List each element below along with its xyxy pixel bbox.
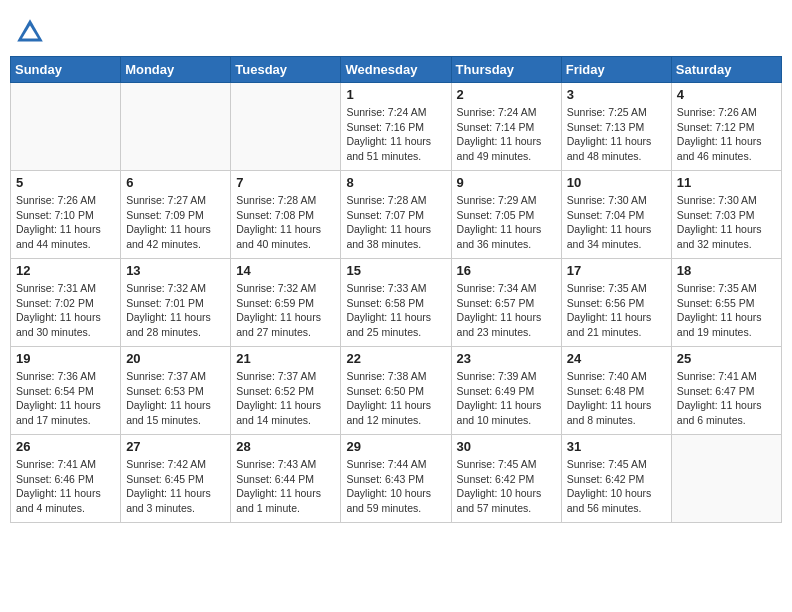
day-number: 7	[236, 175, 335, 190]
calendar-cell: 23Sunrise: 7:39 AMSunset: 6:49 PMDayligh…	[451, 347, 561, 435]
calendar-cell: 22Sunrise: 7:38 AMSunset: 6:50 PMDayligh…	[341, 347, 451, 435]
day-info: Sunrise: 7:41 AMSunset: 6:46 PMDaylight:…	[16, 457, 115, 516]
day-info: Sunrise: 7:31 AMSunset: 7:02 PMDaylight:…	[16, 281, 115, 340]
calendar-cell: 4Sunrise: 7:26 AMSunset: 7:12 PMDaylight…	[671, 83, 781, 171]
day-info: Sunrise: 7:24 AMSunset: 7:14 PMDaylight:…	[457, 105, 556, 164]
day-number: 17	[567, 263, 666, 278]
day-number: 24	[567, 351, 666, 366]
day-info: Sunrise: 7:45 AMSunset: 6:42 PMDaylight:…	[567, 457, 666, 516]
calendar-cell: 31Sunrise: 7:45 AMSunset: 6:42 PMDayligh…	[561, 435, 671, 523]
calendar-cell: 29Sunrise: 7:44 AMSunset: 6:43 PMDayligh…	[341, 435, 451, 523]
calendar-cell: 1Sunrise: 7:24 AMSunset: 7:16 PMDaylight…	[341, 83, 451, 171]
calendar-cell: 26Sunrise: 7:41 AMSunset: 6:46 PMDayligh…	[11, 435, 121, 523]
weekday-header-row: SundayMondayTuesdayWednesdayThursdayFrid…	[11, 57, 782, 83]
calendar-table: SundayMondayTuesdayWednesdayThursdayFrid…	[10, 56, 782, 523]
calendar-cell: 9Sunrise: 7:29 AMSunset: 7:05 PMDaylight…	[451, 171, 561, 259]
weekday-header-saturday: Saturday	[671, 57, 781, 83]
calendar-cell: 30Sunrise: 7:45 AMSunset: 6:42 PMDayligh…	[451, 435, 561, 523]
calendar-cell: 16Sunrise: 7:34 AMSunset: 6:57 PMDayligh…	[451, 259, 561, 347]
day-info: Sunrise: 7:33 AMSunset: 6:58 PMDaylight:…	[346, 281, 445, 340]
day-number: 14	[236, 263, 335, 278]
calendar-cell: 12Sunrise: 7:31 AMSunset: 7:02 PMDayligh…	[11, 259, 121, 347]
day-number: 9	[457, 175, 556, 190]
day-info: Sunrise: 7:37 AMSunset: 6:53 PMDaylight:…	[126, 369, 225, 428]
calendar-cell: 17Sunrise: 7:35 AMSunset: 6:56 PMDayligh…	[561, 259, 671, 347]
day-number: 12	[16, 263, 115, 278]
calendar-cell: 6Sunrise: 7:27 AMSunset: 7:09 PMDaylight…	[121, 171, 231, 259]
day-info: Sunrise: 7:29 AMSunset: 7:05 PMDaylight:…	[457, 193, 556, 252]
logo	[14, 16, 50, 48]
week-row-4: 19Sunrise: 7:36 AMSunset: 6:54 PMDayligh…	[11, 347, 782, 435]
logo-icon	[14, 16, 46, 48]
calendar-cell: 7Sunrise: 7:28 AMSunset: 7:08 PMDaylight…	[231, 171, 341, 259]
calendar-cell: 8Sunrise: 7:28 AMSunset: 7:07 PMDaylight…	[341, 171, 451, 259]
day-number: 21	[236, 351, 335, 366]
day-info: Sunrise: 7:35 AMSunset: 6:56 PMDaylight:…	[567, 281, 666, 340]
day-info: Sunrise: 7:36 AMSunset: 6:54 PMDaylight:…	[16, 369, 115, 428]
day-number: 31	[567, 439, 666, 454]
day-info: Sunrise: 7:41 AMSunset: 6:47 PMDaylight:…	[677, 369, 776, 428]
calendar-cell	[11, 83, 121, 171]
day-number: 18	[677, 263, 776, 278]
day-number: 11	[677, 175, 776, 190]
day-info: Sunrise: 7:40 AMSunset: 6:48 PMDaylight:…	[567, 369, 666, 428]
day-number: 23	[457, 351, 556, 366]
day-number: 15	[346, 263, 445, 278]
day-info: Sunrise: 7:26 AMSunset: 7:12 PMDaylight:…	[677, 105, 776, 164]
page-header	[10, 10, 782, 48]
weekday-header-friday: Friday	[561, 57, 671, 83]
day-number: 5	[16, 175, 115, 190]
calendar-cell: 14Sunrise: 7:32 AMSunset: 6:59 PMDayligh…	[231, 259, 341, 347]
weekday-header-wednesday: Wednesday	[341, 57, 451, 83]
calendar-cell: 24Sunrise: 7:40 AMSunset: 6:48 PMDayligh…	[561, 347, 671, 435]
day-info: Sunrise: 7:43 AMSunset: 6:44 PMDaylight:…	[236, 457, 335, 516]
calendar-cell: 5Sunrise: 7:26 AMSunset: 7:10 PMDaylight…	[11, 171, 121, 259]
day-number: 28	[236, 439, 335, 454]
calendar-cell: 21Sunrise: 7:37 AMSunset: 6:52 PMDayligh…	[231, 347, 341, 435]
day-number: 13	[126, 263, 225, 278]
day-number: 27	[126, 439, 225, 454]
week-row-1: 1Sunrise: 7:24 AMSunset: 7:16 PMDaylight…	[11, 83, 782, 171]
day-number: 2	[457, 87, 556, 102]
day-number: 19	[16, 351, 115, 366]
day-number: 29	[346, 439, 445, 454]
day-info: Sunrise: 7:32 AMSunset: 7:01 PMDaylight:…	[126, 281, 225, 340]
day-number: 25	[677, 351, 776, 366]
day-number: 6	[126, 175, 225, 190]
calendar-cell: 2Sunrise: 7:24 AMSunset: 7:14 PMDaylight…	[451, 83, 561, 171]
calendar-cell: 19Sunrise: 7:36 AMSunset: 6:54 PMDayligh…	[11, 347, 121, 435]
day-number: 20	[126, 351, 225, 366]
calendar-cell	[231, 83, 341, 171]
calendar-cell: 20Sunrise: 7:37 AMSunset: 6:53 PMDayligh…	[121, 347, 231, 435]
day-number: 10	[567, 175, 666, 190]
calendar-cell: 18Sunrise: 7:35 AMSunset: 6:55 PMDayligh…	[671, 259, 781, 347]
day-number: 4	[677, 87, 776, 102]
day-info: Sunrise: 7:34 AMSunset: 6:57 PMDaylight:…	[457, 281, 556, 340]
weekday-header-thursday: Thursday	[451, 57, 561, 83]
day-info: Sunrise: 7:45 AMSunset: 6:42 PMDaylight:…	[457, 457, 556, 516]
day-number: 30	[457, 439, 556, 454]
day-info: Sunrise: 7:28 AMSunset: 7:08 PMDaylight:…	[236, 193, 335, 252]
calendar-cell	[671, 435, 781, 523]
day-number: 8	[346, 175, 445, 190]
calendar-cell: 3Sunrise: 7:25 AMSunset: 7:13 PMDaylight…	[561, 83, 671, 171]
weekday-header-sunday: Sunday	[11, 57, 121, 83]
day-info: Sunrise: 7:27 AMSunset: 7:09 PMDaylight:…	[126, 193, 225, 252]
day-info: Sunrise: 7:24 AMSunset: 7:16 PMDaylight:…	[346, 105, 445, 164]
week-row-5: 26Sunrise: 7:41 AMSunset: 6:46 PMDayligh…	[11, 435, 782, 523]
day-info: Sunrise: 7:37 AMSunset: 6:52 PMDaylight:…	[236, 369, 335, 428]
day-info: Sunrise: 7:44 AMSunset: 6:43 PMDaylight:…	[346, 457, 445, 516]
day-info: Sunrise: 7:35 AMSunset: 6:55 PMDaylight:…	[677, 281, 776, 340]
day-info: Sunrise: 7:30 AMSunset: 7:03 PMDaylight:…	[677, 193, 776, 252]
day-info: Sunrise: 7:39 AMSunset: 6:49 PMDaylight:…	[457, 369, 556, 428]
day-info: Sunrise: 7:30 AMSunset: 7:04 PMDaylight:…	[567, 193, 666, 252]
calendar-cell	[121, 83, 231, 171]
calendar-cell: 10Sunrise: 7:30 AMSunset: 7:04 PMDayligh…	[561, 171, 671, 259]
calendar-cell: 15Sunrise: 7:33 AMSunset: 6:58 PMDayligh…	[341, 259, 451, 347]
calendar-cell: 11Sunrise: 7:30 AMSunset: 7:03 PMDayligh…	[671, 171, 781, 259]
calendar-cell: 25Sunrise: 7:41 AMSunset: 6:47 PMDayligh…	[671, 347, 781, 435]
day-number: 3	[567, 87, 666, 102]
calendar-cell: 27Sunrise: 7:42 AMSunset: 6:45 PMDayligh…	[121, 435, 231, 523]
day-info: Sunrise: 7:38 AMSunset: 6:50 PMDaylight:…	[346, 369, 445, 428]
calendar-cell: 28Sunrise: 7:43 AMSunset: 6:44 PMDayligh…	[231, 435, 341, 523]
